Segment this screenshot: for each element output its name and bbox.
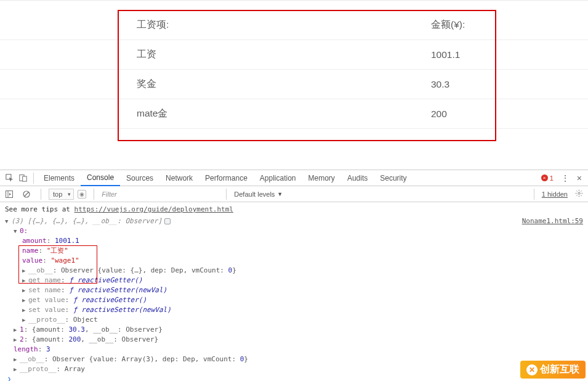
- tab-audits[interactable]: Audits: [341, 170, 374, 186]
- proto-line[interactable]: __proto__: Object: [5, 315, 588, 325]
- expand-arrow-icon[interactable]: [5, 216, 11, 226]
- svg-marker-5: [9, 193, 11, 195]
- separator: [94, 189, 94, 200]
- expand-arrow-icon[interactable]: [22, 266, 28, 276]
- expand-arrow-icon[interactable]: [14, 226, 20, 236]
- row-label: 奖金: [0, 78, 296, 91]
- inspect-element-icon[interactable]: [5, 174, 14, 182]
- expand-arrow-icon[interactable]: [22, 305, 28, 315]
- array-index-0[interactable]: 0:: [5, 226, 588, 236]
- getter-line[interactable]: get name: ƒ reactiveGetter(): [5, 276, 588, 285]
- context-selector[interactable]: top: [49, 189, 74, 200]
- tab-sources[interactable]: Sources: [120, 170, 159, 186]
- observer-line[interactable]: __ob__: Observer {value: Array(3), dep: …: [5, 354, 588, 364]
- console-info-line: See more tips at https://vuejs.org/guide…: [5, 205, 588, 215]
- row-value: 30.3: [296, 79, 588, 90]
- device-toolbar-icon[interactable]: [18, 174, 27, 182]
- tab-console[interactable]: Console: [81, 170, 120, 186]
- prop-line: value: "wage1": [5, 256, 588, 266]
- chevron-down-icon: ▼: [277, 191, 283, 197]
- tab-security[interactable]: Security: [374, 170, 413, 186]
- console-output[interactable]: See more tips at https://vuejs.org/guide…: [0, 202, 588, 381]
- expand-arrow-icon[interactable]: [22, 285, 28, 295]
- watermark-icon: ✕: [526, 364, 538, 375]
- tips-prefix: See more tips at: [5, 205, 75, 213]
- expand-arrow-icon[interactable]: [22, 295, 28, 305]
- svg-line-7: [25, 192, 29, 196]
- row-label: 工资: [0, 48, 296, 61]
- error-dot-icon: ×: [541, 174, 548, 181]
- console-toolbar: top ◉ Default levels ▼ 1 hidden: [0, 186, 588, 202]
- expand-arrow-icon[interactable]: [14, 325, 20, 335]
- separator: [41, 189, 41, 200]
- row-value: 1001.1: [296, 49, 588, 60]
- array-index-2[interactable]: 2: {amount: 200, __ob__: Observer}: [5, 335, 588, 345]
- sidebar-toggle-icon[interactable]: [5, 190, 14, 199]
- devtools-tabbar: Elements Console Sources Network Perform…: [0, 170, 588, 186]
- row-value: 200: [296, 109, 588, 120]
- expand-arrow-icon[interactable]: [14, 335, 20, 345]
- tab-network[interactable]: Network: [159, 170, 199, 186]
- watermark: ✕ 创新互联: [520, 361, 586, 379]
- console-filter-input[interactable]: [102, 190, 219, 198]
- tips-link[interactable]: https://vuejs.org/guide/deployment.html: [75, 205, 233, 213]
- tab-performance[interactable]: Performance: [199, 170, 254, 186]
- svg-point-8: [578, 192, 580, 194]
- console-log-entry: Noname1.html:59 (3) [{…}, {…}, {…}, __ob…: [5, 216, 588, 374]
- row-label: mate金: [0, 107, 296, 120]
- page-content: 工资项: 金额(¥): 工资 1001.1 奖金 30.3 mate金 200: [0, 0, 588, 170]
- length-line: length: 3: [5, 345, 588, 354]
- getter-line[interactable]: get value: ƒ reactiveGetter(): [5, 295, 588, 305]
- array-index-1[interactable]: 1: {amount: 30.3, __ob__: Observer}: [5, 325, 588, 335]
- error-badge[interactable]: × 1: [541, 174, 554, 182]
- watermark-text: 创新互联: [540, 363, 579, 376]
- table-row: mate金 200: [0, 99, 588, 129]
- expand-arrow-icon[interactable]: [14, 364, 20, 374]
- levels-label: Default levels: [234, 190, 275, 198]
- error-count: 1: [550, 174, 554, 182]
- svg-rect-2: [22, 176, 26, 181]
- close-devtools-icon[interactable]: ×: [577, 173, 582, 183]
- console-settings-icon[interactable]: [575, 189, 583, 199]
- console-prompt-icon[interactable]: ❯: [5, 374, 588, 381]
- expand-arrow-icon[interactable]: [22, 315, 28, 325]
- kebab-menu-icon[interactable]: ⋮: [561, 173, 570, 183]
- source-link[interactable]: Noname1.html:59: [522, 216, 583, 226]
- tab-memory[interactable]: Memory: [302, 170, 341, 186]
- devtools-panel: Elements Console Sources Network Perform…: [0, 170, 588, 381]
- clear-console-icon[interactable]: [22, 190, 31, 199]
- prop-line: name: "工资": [5, 246, 588, 256]
- live-expression-icon[interactable]: ◉: [78, 190, 86, 199]
- setter-line[interactable]: set name: ƒ reactiveSetter(newVal): [5, 285, 588, 295]
- expand-arrow-icon[interactable]: [14, 354, 20, 364]
- tab-application[interactable]: Application: [254, 170, 302, 186]
- context-value: top: [53, 190, 62, 198]
- table-row: 工资 1001.1: [0, 40, 588, 70]
- prop-line: amount: 1001.1: [5, 236, 588, 246]
- header-item-label: 工资项:: [0, 18, 296, 31]
- table-header-row: 工资项: 金额(¥):: [0, 10, 588, 40]
- salary-table: 工资项: 金额(¥): 工资 1001.1 奖金 30.3 mate金 200: [0, 10, 588, 129]
- tab-elements[interactable]: Elements: [38, 170, 81, 186]
- hidden-messages-link[interactable]: 1 hidden: [542, 190, 568, 198]
- separator: [226, 189, 227, 200]
- log-levels-selector[interactable]: Default levels ▼: [234, 190, 283, 198]
- separator: [534, 189, 534, 200]
- store-as-global-icon[interactable]: [164, 218, 171, 224]
- table-row: 奖金 30.3: [0, 70, 588, 99]
- header-amount-label: 金额(¥):: [296, 18, 588, 31]
- setter-line[interactable]: set value: ƒ reactiveSetter(newVal): [5, 305, 588, 315]
- observer-line[interactable]: __ob__: Observer {value: {…}, dep: Dep, …: [5, 266, 588, 276]
- separator: [33, 173, 34, 184]
- array-summary-line[interactable]: (3) [{…}, {…}, {…}, __ob__: Observer]: [5, 216, 588, 226]
- proto-line[interactable]: __proto__: Array: [5, 364, 588, 374]
- expand-arrow-icon[interactable]: [22, 276, 28, 285]
